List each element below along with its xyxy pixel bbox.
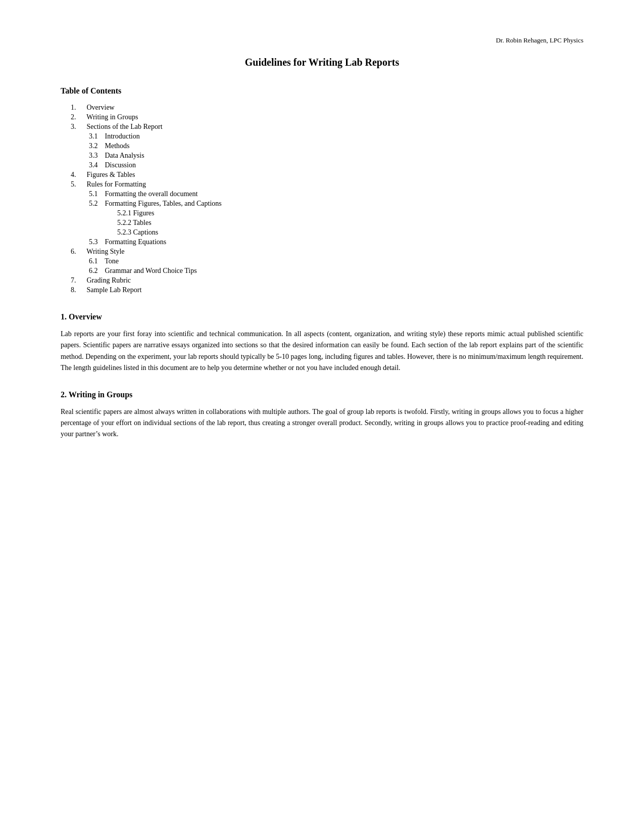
section-writing-body: Real scientific papers are almost always… — [61, 406, 583, 440]
toc-item-2: 2. Writing in Groups — [71, 113, 583, 121]
toc-num-5-2: 5.2 — [89, 200, 103, 208]
toc-label-5-2-3: Captions — [133, 228, 159, 236]
toc-label-5-2-2: Tables — [133, 219, 151, 226]
toc-item-6-1: 6.1 Tone — [89, 257, 583, 265]
toc-num-3-4: 3.4 — [89, 161, 103, 169]
toc-label-3-4: Discussion — [105, 161, 136, 169]
toc-item-5-2: 5.2 Formatting Figures, Tables, and Capt… — [89, 200, 583, 208]
toc-label-1: Overview — [87, 104, 115, 111]
toc-item-3-1: 3.1 Introduction — [89, 132, 583, 141]
section-writing-heading: 2. Writing in Groups — [61, 390, 583, 399]
section-writing-in-groups: 2. Writing in Groups Real scientific pap… — [61, 390, 583, 440]
toc-item-7: 7. Grading Rubric — [71, 276, 583, 285]
toc-num-5-2-3: 5.2.3 — [117, 228, 131, 237]
toc-label-8: Sample Lab Report — [87, 286, 142, 294]
toc-num-3-2: 3.2 — [89, 142, 103, 150]
section-overview: 1. Overview Lab reports are your first f… — [61, 312, 583, 374]
toc-label-7: Grading Rubric — [87, 276, 131, 284]
toc-label-3-1: Introduction — [105, 132, 140, 140]
toc-num-5: 5. — [71, 180, 85, 189]
section-writing-paragraph: Real scientific papers are almost always… — [61, 406, 583, 440]
toc-item-1: 1. Overview — [71, 104, 583, 112]
toc-item-6: 6. Writing Style — [71, 248, 583, 256]
toc-item-5: 5. Rules for Formatting — [71, 180, 583, 189]
toc-num-4: 4. — [71, 171, 85, 179]
toc-num-3: 3. — [71, 123, 85, 131]
toc-num-1: 1. — [71, 104, 85, 112]
toc-num-6-2: 6.2 — [89, 267, 103, 275]
toc-label-3-3: Data Analysis — [105, 152, 144, 159]
toc-item-5-2-3: 5.2.3 Captions — [117, 228, 583, 237]
toc-label-5-2: Formatting Figures, Tables, and Captions — [105, 200, 222, 207]
toc-label-6: Writing Style — [86, 248, 124, 255]
toc-num-7: 7. — [71, 276, 85, 285]
section-overview-heading: 1. Overview — [61, 312, 583, 321]
toc-item-5-2-2: 5.2.2 Tables — [117, 219, 583, 227]
toc-num-5-2-2: 5.2.2 — [117, 219, 131, 227]
toc-label-5-2-1: Figures — [133, 209, 155, 217]
section-overview-paragraph: Lab reports are your first foray into sc… — [61, 329, 583, 374]
toc-item-3-2: 3.2 Methods — [89, 142, 583, 150]
toc-num-6: 6. — [71, 248, 85, 256]
toc-label-2: Writing in Groups — [86, 113, 138, 121]
toc-sub-5: 5.1 Formatting the overall document 5.2 … — [71, 190, 583, 246]
toc-item-6-2: 6.2 Grammar and Word Choice Tips — [89, 267, 583, 275]
toc-sub-3: 3.1 Introduction 3.2 Methods 3.3 Data An… — [71, 132, 583, 169]
table-of-contents: Table of Contents 1. Overview 2. Writing… — [61, 86, 583, 294]
toc-label-3-2: Methods — [105, 142, 130, 150]
toc-heading: Table of Contents — [61, 86, 583, 96]
document-title: Guidelines for Writing Lab Reports — [61, 57, 583, 68]
toc-num-8: 8. — [71, 286, 85, 294]
toc-list: 1. Overview 2. Writing in Groups 3. Sect… — [61, 104, 583, 294]
toc-sub-5-2: 5.2.1 Figures 5.2.2 Tables 5.2.3 Caption… — [89, 209, 583, 237]
toc-num-5-2-1: 5.2.1 — [117, 209, 131, 217]
toc-label-3: Sections of the Lab Report — [87, 123, 163, 130]
toc-item-3-4: 3.4 Discussion — [89, 161, 583, 169]
toc-num-2: 2. — [71, 113, 85, 121]
toc-num-5-1: 5.1 — [89, 190, 103, 198]
section-overview-body: Lab reports are your first foray into sc… — [61, 329, 583, 374]
document-page: Dr. Robin Rehagen, LPC Physics Guideline… — [0, 0, 644, 834]
toc-item-4: 4. Figures & Tables — [71, 171, 583, 179]
toc-label-5-1: Formatting the overall document — [105, 190, 198, 198]
toc-item-3: 3. Sections of the Lab Report — [71, 123, 583, 131]
toc-num-6-1: 6.1 — [89, 257, 103, 265]
toc-item-5-3: 5.3 Formatting Equations — [89, 238, 583, 246]
author-info: Dr. Robin Rehagen, LPC Physics — [496, 36, 583, 44]
toc-label-5: Rules for Formatting — [87, 180, 146, 188]
toc-item-8: 8. Sample Lab Report — [71, 286, 583, 294]
document-header: Dr. Robin Rehagen, LPC Physics — [61, 36, 583, 44]
toc-num-3-3: 3.3 — [89, 152, 103, 160]
toc-sub-6: 6.1 Tone 6.2 Grammar and Word Choice Tip… — [71, 257, 583, 275]
toc-num-3-1: 3.1 — [89, 132, 103, 141]
toc-item-3-3: 3.3 Data Analysis — [89, 152, 583, 160]
toc-label-4: Figures & Tables — [87, 171, 135, 178]
toc-label-6-1: Tone — [105, 257, 119, 265]
toc-label-6-2: Grammar and Word Choice Tips — [105, 267, 197, 274]
toc-item-5-1: 5.1 Formatting the overall document — [89, 190, 583, 198]
toc-item-5-2-1: 5.2.1 Figures — [117, 209, 583, 217]
toc-num-5-3: 5.3 — [89, 238, 103, 246]
toc-label-5-3: Formatting Equations — [105, 238, 167, 246]
